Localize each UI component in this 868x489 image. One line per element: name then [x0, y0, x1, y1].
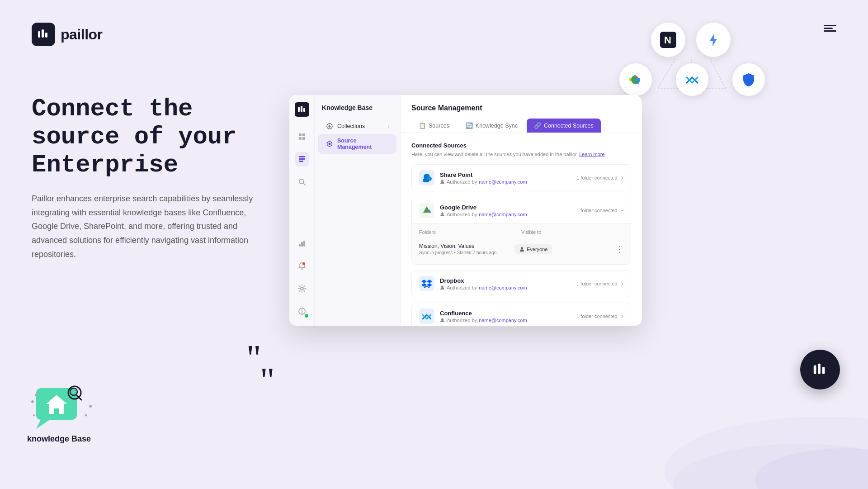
- everyone-label: Everyone: [527, 247, 547, 252]
- left-panel: Knowledge Base Collections › Source Mana…: [315, 95, 401, 326]
- sidebar-item-info[interactable]: [295, 304, 309, 318]
- dropbox-status-text: 1 folder connected: [576, 281, 618, 286]
- svg-rect-36: [302, 137, 305, 140]
- hero-title: Connect the source of your Enterprise: [32, 95, 294, 179]
- content-body: Connected Sources Here, you can view and…: [401, 133, 642, 326]
- svg-rect-4: [42, 29, 44, 38]
- more-options-button[interactable]: ⋮: [615, 244, 623, 254]
- confluence-status-text: 1 folder connected: [576, 313, 618, 319]
- sidebar-item-home[interactable]: [295, 129, 309, 144]
- sharepoint-avatar: [419, 170, 434, 185]
- connected-sources-desc: Here, you can view and delete all the so…: [411, 152, 631, 157]
- svg-point-22: [31, 400, 34, 403]
- sharepoint-info: Share Point Authorized by name@company.c…: [440, 171, 576, 185]
- gdrive-info: Google Drive Authorized by name@company.…: [440, 204, 576, 217]
- gdrive-auth: Authorized by name@company.com: [440, 212, 576, 217]
- tab-connected-sources[interactable]: 🔗 Connected Sources: [527, 119, 601, 133]
- tab-knowledge-sync[interactable]: 🔄 Knowledge Sync: [458, 119, 525, 133]
- sidebar-item-notifications[interactable]: [295, 259, 309, 273]
- source-mgmt-label: Source Management: [337, 138, 389, 150]
- dropbox-avatar: [419, 276, 434, 291]
- gdrive-expanded-body: Folders Visible to Mission, Vision, Valu…: [412, 224, 631, 264]
- dropbox-status: 1 folder connected: [576, 281, 618, 286]
- svg-rect-55: [423, 179, 429, 182]
- sidebar-item-knowledge[interactable]: [295, 152, 309, 166]
- confluence-auth: Authorized by name@company.com: [440, 318, 576, 323]
- svg-point-49: [302, 309, 302, 310]
- svg-rect-34: [302, 133, 305, 136]
- sidebar-item-search[interactable]: [295, 175, 309, 189]
- sharepoint-name: Share Point: [440, 171, 576, 178]
- quote-open: ": [246, 340, 261, 376]
- folder-name: Mission, Vision, Values: [419, 243, 514, 249]
- sharepoint-auth: Authorized by name@company.com: [440, 179, 576, 185]
- hero-section: Connect the source of your Enterprise Pa…: [32, 95, 294, 261]
- svg-point-59: [441, 286, 443, 288]
- gdrive-card: Google Drive Authorized by name@company.…: [411, 197, 631, 265]
- collections-label: Collections: [337, 123, 384, 129]
- sidebar: [289, 95, 315, 326]
- dropbox-name: Dropbox: [440, 277, 576, 284]
- gdrive-name: Google Drive: [440, 204, 576, 211]
- sidebar-item-settings[interactable]: [295, 281, 309, 296]
- dropbox-info: Dropbox Authorized by name@company.com: [440, 277, 576, 290]
- tabs-row: 📋 Sources 🔄 Knowledge Sync 🔗 Connected S…: [411, 119, 631, 133]
- confluence-auth-email[interactable]: name@company.com: [479, 318, 527, 323]
- sharepoint-card: Share Point Authorized by name@company.c…: [411, 164, 631, 191]
- svg-rect-31: [301, 106, 302, 112]
- svg-point-45: [302, 262, 305, 265]
- svg-text:🐾: 🐾: [746, 76, 754, 84]
- section-desc-text: Here, you can view and delete all the so…: [411, 152, 578, 157]
- nav-item-collections[interactable]: Collections ›: [318, 119, 396, 134]
- menu-button[interactable]: [824, 25, 836, 32]
- svg-rect-38: [299, 158, 305, 160]
- confluence-avatar: [419, 309, 434, 324]
- bolt-icon: [696, 23, 731, 57]
- status-dot: [305, 314, 308, 318]
- menu-line-3: [824, 30, 836, 32]
- confluence-status: 1 folder connected: [576, 313, 618, 319]
- sidebar-item-chart[interactable]: [295, 236, 309, 251]
- confluence-info: Confluence Authorized by name@company.co…: [440, 310, 576, 323]
- sharepoint-status-text: 1 folder connected: [576, 175, 618, 180]
- svg-point-57: [441, 213, 443, 215]
- everyone-badge: Everyone: [514, 244, 552, 254]
- confluence-chevron[interactable]: ›: [621, 312, 623, 320]
- google-icon: [619, 63, 652, 96]
- content-title: Source Management: [411, 104, 631, 112]
- svg-text:N: N: [664, 34, 671, 46]
- svg-marker-15: [36, 420, 50, 429]
- sidebar-logo: [295, 102, 309, 117]
- svg-rect-43: [301, 242, 303, 247]
- sharepoint-chevron[interactable]: ›: [621, 174, 623, 182]
- logo-area: paillor: [32, 23, 103, 46]
- dropbox-auth-email[interactable]: name@company.com: [479, 285, 527, 290]
- sharepoint-auth-email[interactable]: name@company.com: [479, 179, 527, 185]
- folder-visibility: Everyone: [514, 244, 610, 254]
- svg-marker-12: [710, 33, 717, 46]
- nav-item-source-management[interactable]: Source Management: [318, 134, 396, 154]
- tab-sources[interactable]: 📋 Sources: [411, 119, 457, 133]
- sources-tab-label: Sources: [429, 123, 449, 129]
- content-header: Source Management 📋 Sources 🔄 Knowledge …: [401, 95, 642, 133]
- dropbox-auth: Authorized by name@company.com: [440, 285, 576, 290]
- cta-button[interactable]: [800, 350, 840, 389]
- gdrive-auth-email[interactable]: name@company.com: [479, 212, 527, 217]
- dropbox-header: Dropbox Authorized by name@company.com 1…: [412, 271, 631, 297]
- menu-line-1: [824, 25, 836, 26]
- svg-point-58: [521, 247, 523, 250]
- notion-icon: N: [651, 23, 685, 57]
- confluence-card: Confluence Authorized by name@company.co…: [411, 303, 631, 326]
- kb-icon-box: [27, 379, 86, 429]
- svg-point-24: [89, 405, 92, 408]
- gdrive-avatar: [419, 203, 434, 218]
- sync-tab-label: Knowledge Sync: [476, 123, 518, 129]
- gdrive-chevron[interactable]: ›: [618, 209, 626, 211]
- svg-rect-27: [814, 366, 816, 374]
- svg-point-52: [329, 143, 331, 145]
- logo-icon: [32, 23, 55, 46]
- dropbox-card: Dropbox Authorized by name@company.com 1…: [411, 270, 631, 297]
- learn-more-link[interactable]: Learn more: [579, 152, 604, 157]
- svg-line-8: [710, 59, 726, 88]
- dropbox-chevron[interactable]: ›: [621, 280, 623, 288]
